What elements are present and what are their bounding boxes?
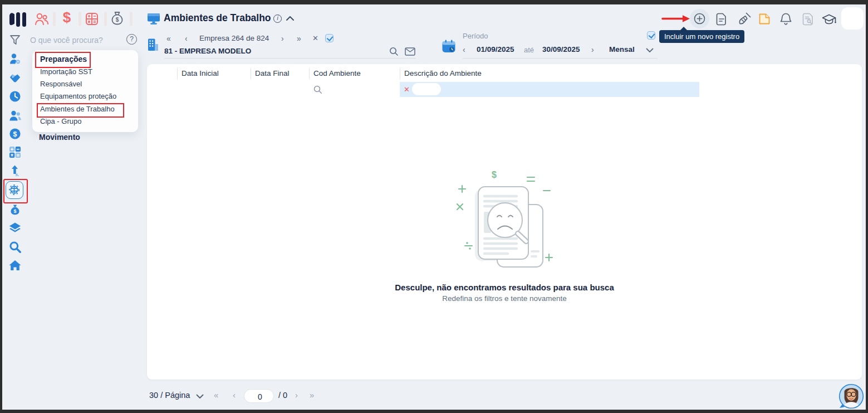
menu-item-equipamentos-protecao[interactable]: Equipamentos proteção (40, 92, 116, 100)
company-next-button[interactable]: › (281, 34, 284, 43)
layers-icon[interactable] (9, 222, 21, 234)
monitor-icon (147, 12, 160, 25)
company-last-button[interactable]: » (297, 34, 301, 43)
add-record-tooltip: Incluir um novo registro (659, 30, 744, 43)
column-header-cod-ambiente[interactable]: Cod Ambiente (313, 69, 361, 77)
page-total-label: / 0 (278, 391, 287, 400)
menu-section-movimento[interactable]: Movimento (39, 133, 80, 142)
empty-state-illustration: $ (454, 164, 557, 273)
period-prev-button[interactable]: ‹ (463, 45, 465, 54)
search-input[interactable] (29, 33, 123, 47)
period-next-button[interactable]: › (591, 45, 594, 54)
column-divider (400, 68, 400, 79)
svg-text:$: $ (116, 17, 119, 23)
growth-arrow-icon[interactable] (9, 164, 21, 177)
period-underline (463, 58, 658, 59)
collapse-chevron-up-icon[interactable] (286, 16, 295, 21)
window-frame-top (0, 0, 868, 4)
menu-item-ambientes-de-trabalho[interactable]: Ambientes de Trabalho (40, 105, 115, 113)
window-frame-bottom (0, 410, 868, 413)
info-icon[interactable]: i (273, 14, 282, 23)
column-divider (177, 68, 178, 79)
menu-item-responsavel[interactable]: Responsável (40, 80, 82, 88)
company-prev-button[interactable]: ‹ (185, 34, 188, 43)
notes-icon[interactable] (758, 13, 771, 25)
finance-dollar-icon[interactable]: $ (60, 9, 74, 26)
add-record-button[interactable] (690, 9, 709, 28)
home-icon[interactable] (9, 259, 21, 271)
filter-funnel-icon[interactable] (9, 33, 21, 46)
integrations-button[interactable] (6, 181, 23, 199)
window-frame-left (0, 0, 2, 413)
company-envelope-icon[interactable] (405, 47, 415, 56)
module-separator (130, 12, 133, 26)
app-window: $ $ input::placeholder{color:#a7b1c0;} ? (0, 0, 868, 413)
notifications-bell-icon[interactable] (780, 12, 792, 26)
svg-text:$: $ (492, 170, 497, 179)
period-end-date[interactable]: 30/09/2025 (542, 45, 580, 54)
filter-input[interactable] (412, 83, 441, 95)
company-filter-checkbox[interactable] (325, 34, 334, 42)
page-last-button[interactable]: » (310, 390, 314, 400)
window-frame-right (866, 0, 868, 413)
menu-item-importacao-sst[interactable]: Importação SST (40, 67, 92, 76)
filter-active-cell[interactable]: ✕ (400, 82, 699, 97)
page-first-button[interactable]: « (214, 390, 218, 400)
period-mode-chevron-down-icon[interactable] (646, 48, 654, 53)
svg-text:$: $ (13, 208, 16, 214)
per-page-select[interactable]: 30 / Página (149, 391, 190, 400)
calculator-grid-icon[interactable] (9, 146, 21, 158)
page-number-input[interactable] (244, 390, 276, 404)
period-calendar-icon (442, 39, 457, 54)
column-header-descricao[interactable]: Descrição do Ambiente (404, 69, 482, 77)
menu-item-cipa-grupo[interactable]: Cipa - Grupo (40, 117, 81, 125)
plus-circle-icon (694, 13, 705, 25)
document-icon[interactable] (716, 13, 727, 26)
training-graduation-cap-icon[interactable] (822, 14, 836, 25)
module-separator (79, 12, 81, 26)
company-close-button[interactable]: ✕ (312, 34, 318, 42)
column-divider (251, 68, 251, 79)
page-next-button[interactable]: › (295, 390, 298, 400)
period-mode-select[interactable]: Mensal (609, 45, 635, 54)
hr-people-icon[interactable] (34, 11, 50, 27)
support-chat-avatar[interactable] (838, 383, 864, 409)
page-prev-button[interactable]: ‹ (233, 390, 236, 400)
empty-state-subtitle: Redefina os filtros e tente novamente (147, 294, 862, 303)
dollar-coin-icon[interactable]: $ (9, 128, 21, 140)
module-separator (53, 12, 56, 26)
handshake-icon[interactable] (9, 72, 21, 84)
company-position-text: Empresa 264 de 824 (199, 34, 269, 42)
period-filter-checkbox[interactable] (647, 31, 655, 40)
brand-logo[interactable] (8, 10, 28, 28)
column-header-data-inicial[interactable]: Data Inicial (182, 69, 219, 77)
document-search-icon[interactable] (802, 13, 813, 26)
user-settings-icon[interactable] (9, 52, 21, 65)
per-page-chevron-down-icon[interactable] (196, 394, 204, 399)
search-icon[interactable] (9, 241, 21, 253)
integrations-globe-gear-icon (8, 184, 20, 196)
results-panel: Data Inicial Data Final Cod Ambiente Des… (147, 64, 862, 380)
period-start-date[interactable]: 01/09/2025 (477, 45, 514, 54)
filter-search-icon[interactable] (313, 85, 322, 94)
calculator-icon[interactable] (84, 11, 100, 27)
period-until-label: até (524, 46, 534, 54)
money-bag-icon[interactable]: $ (9, 204, 21, 216)
payroll-money-bag-icon[interactable]: $ (110, 11, 125, 27)
help-icon[interactable]: ? (126, 34, 137, 45)
user-avatar-placeholder[interactable] (841, 7, 864, 30)
svg-text:$: $ (13, 130, 17, 138)
company-first-button[interactable]: « (166, 34, 171, 43)
column-header-data-final[interactable]: Data Final (255, 69, 290, 77)
page-title: Ambientes de Trabalho (164, 12, 271, 24)
page-number-pill[interactable] (244, 389, 274, 403)
company-name: 81 - EMPRESA MODELO (164, 47, 251, 55)
company-search-icon[interactable] (389, 47, 399, 56)
company-building-icon (146, 38, 159, 52)
empty-state-title: Desculpe, não encontramos resultados par… (147, 283, 862, 292)
broom-clear-icon[interactable] (737, 12, 752, 26)
module-separator (104, 12, 107, 26)
users-icon[interactable] (9, 109, 21, 122)
clock-icon[interactable] (9, 90, 21, 103)
filter-clear-icon[interactable]: ✕ (404, 85, 410, 94)
